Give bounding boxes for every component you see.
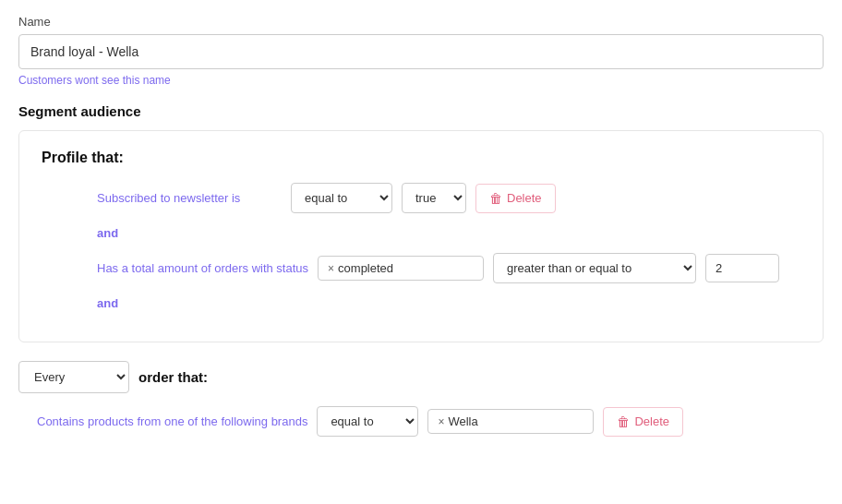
orders-number-input[interactable] <box>705 254 779 282</box>
newsletter-delete-button[interactable]: 🗑 Delete <box>475 184 556 213</box>
order-row: Every Any None order that: <box>18 361 824 393</box>
wella-tag-close[interactable]: × <box>438 415 444 428</box>
wella-tag: × Wella <box>438 414 477 428</box>
brand-label: Contains products from one of the follow… <box>37 414 307 428</box>
newsletter-label: Subscribed to newsletter is <box>97 191 282 205</box>
wella-tag-input[interactable]: × Wella <box>427 409 594 434</box>
orders-label: Has a total amount of orders with status <box>97 261 308 275</box>
name-label: Name <box>18 15 824 29</box>
delete-icon-2: 🗑 <box>617 414 630 429</box>
and-label-1: and <box>42 226 800 240</box>
every-select[interactable]: Every Any None <box>18 361 129 393</box>
brand-condition-row: Contains products from one of the follow… <box>18 406 824 437</box>
completed-tag-label: completed <box>338 261 393 275</box>
and-label-2: and <box>42 296 800 310</box>
name-label-row: Name Customers wont see this name <box>18 15 824 87</box>
orders-operator-select[interactable]: greater than or equal to less than or eq… <box>493 253 696 283</box>
name-input[interactable] <box>18 34 824 69</box>
name-hint: Customers wont see this name <box>18 74 824 87</box>
newsletter-condition-row: Subscribed to newsletter is equal to not… <box>42 183 800 213</box>
brand-operator-select[interactable]: equal to not equal to <box>317 406 418 437</box>
delete-label-2: Delete <box>634 414 669 428</box>
brand-delete-button[interactable]: 🗑 Delete <box>603 407 683 437</box>
delete-label-1: Delete <box>507 191 542 205</box>
profile-that-label: Profile that: <box>42 150 800 166</box>
completed-tag-close[interactable]: × <box>328 262 334 275</box>
profile-box: Profile that: Subscribed to newsletter i… <box>18 130 824 342</box>
orders-condition-row: Has a total amount of orders with status… <box>42 253 800 283</box>
wella-tag-label: Wella <box>448 414 477 428</box>
completed-tag: × completed <box>328 261 393 275</box>
segment-section-title: Segment audience <box>18 103 824 119</box>
delete-icon-1: 🗑 <box>489 191 502 206</box>
orders-status-tag-input[interactable]: × completed <box>318 256 484 281</box>
newsletter-operator-select[interactable]: equal to not equal to <box>291 183 392 213</box>
order-section: Every Any None order that: Contains prod… <box>18 361 824 437</box>
newsletter-value-select[interactable]: true false <box>402 183 466 213</box>
order-that-label: order that: <box>138 369 208 385</box>
